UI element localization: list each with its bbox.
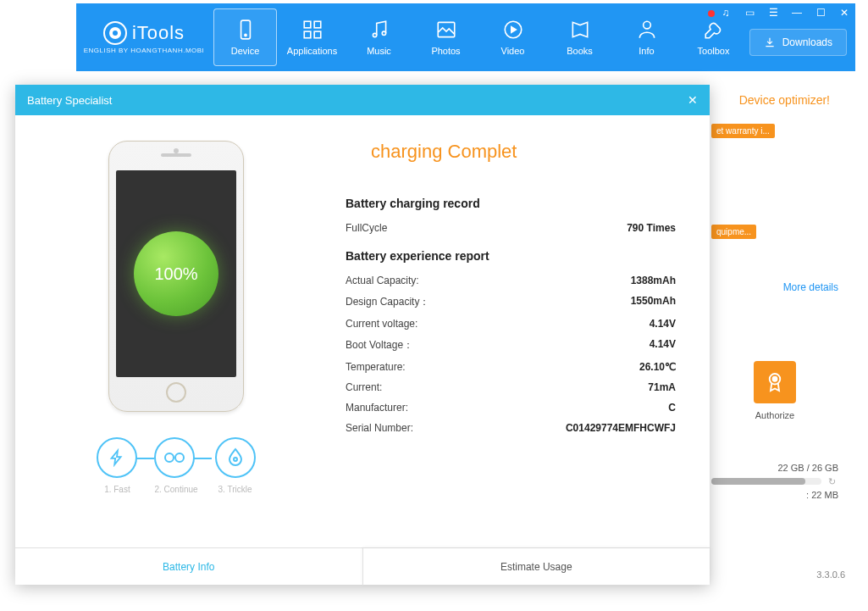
app-logo-icon	[103, 21, 127, 45]
equipment-tag[interactable]: quipme...	[711, 225, 756, 239]
row-value: 1388mAh	[631, 275, 676, 286]
nav-label: Device	[231, 46, 260, 56]
row-label: Design Capacity：	[346, 295, 429, 309]
more-details-link[interactable]: More details	[711, 281, 838, 293]
video-icon	[502, 19, 524, 41]
modal-titlebar: Battery Specialist ✕	[15, 85, 710, 115]
row-value: C01429774EMFHCWFJ	[566, 422, 676, 434]
charging-phases: 1. Fast 2. Continue 3. Trickle	[97, 437, 255, 494]
svg-rect-5	[314, 31, 321, 38]
svg-point-15	[234, 458, 237, 461]
chat-icon[interactable]: ▭	[744, 7, 755, 19]
warranty-tag[interactable]: et warranty i...	[711, 124, 775, 138]
apps-icon	[301, 19, 323, 41]
nav-label: Info	[639, 46, 654, 56]
window-controls: ♫ ▭ ☰ — ☐ ✕	[720, 7, 850, 19]
report-row: Manufacturer:C	[346, 402, 676, 414]
storage-free: : 22 MB	[711, 490, 838, 500]
svg-point-7	[382, 31, 385, 35]
row-value: 790 Times	[627, 222, 676, 234]
info-column: charging Complet Battery charging record…	[337, 115, 710, 547]
row-label: Manufacturer:	[346, 402, 408, 414]
authorize-label: Authorize	[711, 410, 838, 420]
nav-photos[interactable]: Photos	[414, 8, 478, 66]
logo-area: iTools ENGLISH BY HOANGTHANH.MOBI	[76, 3, 212, 71]
home-button-icon	[166, 382, 186, 403]
nav-books[interactable]: Books	[548, 8, 611, 66]
tab-estimate-usage[interactable]: Estimate Usage	[362, 548, 710, 586]
tab-battery-info[interactable]: Battery Info	[15, 548, 362, 586]
svg-point-14	[175, 453, 184, 462]
row-value: 26.10℃	[639, 361, 676, 373]
report-heading: Battery experience report	[346, 249, 676, 263]
photos-icon	[435, 19, 457, 41]
phase-trickle-icon	[215, 437, 256, 478]
battery-percentage: 100%	[134, 231, 218, 316]
info-icon	[636, 19, 658, 41]
phase-label: 2. Continue	[154, 485, 197, 494]
music-icon	[368, 19, 390, 41]
music-mini-icon[interactable]: ♫	[720, 7, 732, 19]
battery-specialist-modal: Battery Specialist ✕ 100% 1. Fast	[15, 85, 710, 585]
maximize-button[interactable]: ☐	[815, 7, 827, 19]
phase-label: 3. Trickle	[215, 485, 256, 494]
phone-illustration: 100%	[108, 141, 244, 412]
row-value: 71mA	[648, 381, 676, 393]
svg-rect-3	[314, 21, 321, 28]
toolbox-icon	[703, 19, 725, 41]
phase-label: 1. Fast	[97, 485, 137, 494]
modal-tabs: Battery Info Estimate Usage	[15, 547, 710, 586]
storage-info: 22 GB / 26 GB ↻ : 22 MB	[711, 463, 838, 500]
nav-device[interactable]: Device	[213, 8, 277, 66]
row-label: Temperature:	[346, 361, 406, 373]
svg-rect-4	[304, 31, 311, 38]
nav-label: Video	[501, 46, 525, 56]
row-value: 4.14V	[650, 338, 676, 353]
row-label: Boot Voltage：	[346, 338, 413, 353]
authorize-box[interactable]: Authorize	[711, 361, 838, 420]
report-row: Boot Voltage：4.14V	[346, 338, 676, 353]
storage-bar	[711, 478, 821, 485]
row-value: 1550mAh	[631, 295, 676, 309]
downloads-label: Downloads	[782, 36, 832, 48]
svg-point-6	[373, 33, 376, 36]
version-label: 3.3.0.6	[816, 569, 845, 580]
report-row: Temperature:26.10℃	[346, 361, 676, 373]
modal-close-button[interactable]: ✕	[688, 93, 698, 107]
nav-label: Books	[567, 46, 593, 56]
nav-video[interactable]: Video	[481, 8, 545, 66]
row-label: Serial Number:	[346, 422, 413, 434]
minimize-button[interactable]: —	[791, 7, 803, 19]
authorize-icon	[754, 361, 796, 403]
phase-continue-icon	[154, 437, 195, 478]
nav-label: Photos	[431, 46, 460, 56]
svg-point-13	[165, 453, 174, 462]
row-value: 4.14V	[650, 318, 676, 330]
report-row: Design Capacity：1550mAh	[346, 295, 676, 309]
refresh-icon[interactable]: ↻	[828, 476, 836, 487]
nav-label: Toolbox	[698, 46, 730, 56]
titlebar: iTools ENGLISH BY HOANGTHANH.MOBI Device…	[76, 3, 855, 71]
notification-dot-icon	[708, 10, 715, 17]
nav-music[interactable]: Music	[347, 8, 411, 66]
fullcycle-row: FullCycle 790 Times	[346, 222, 676, 234]
row-label: Current voltage:	[346, 318, 417, 330]
side-panel: et warranty i... quipme... More details …	[711, 122, 838, 500]
nav-label: Applications	[287, 46, 337, 56]
downloads-button[interactable]: Downloads	[749, 29, 847, 56]
books-icon	[569, 19, 591, 41]
row-label: Current:	[346, 381, 382, 393]
nav-info[interactable]: Info	[615, 8, 678, 66]
svg-point-1	[244, 34, 246, 36]
nav-applications[interactable]: Applications	[280, 8, 344, 66]
phase-fast-icon	[97, 437, 137, 478]
nav-label: Music	[367, 46, 391, 56]
phone-column: 100% 1. Fast 2. Continue	[15, 115, 337, 547]
close-button[interactable]: ✕	[838, 7, 850, 19]
report-row: Serial Number:C01429774EMFHCWFJ	[346, 422, 676, 434]
row-label: FullCycle	[346, 222, 387, 234]
device-icon	[235, 19, 257, 41]
settings-icon[interactable]: ☰	[767, 7, 779, 19]
app-name: iTools	[132, 22, 185, 44]
row-label: Actual Capacity:	[346, 275, 419, 286]
